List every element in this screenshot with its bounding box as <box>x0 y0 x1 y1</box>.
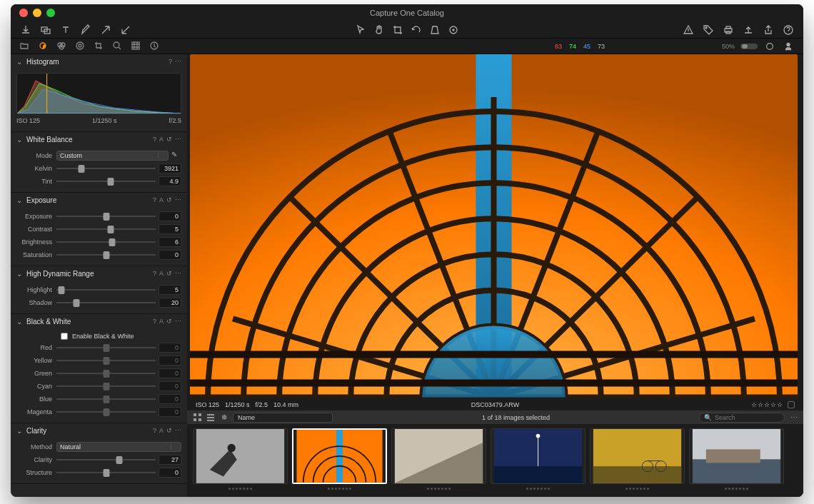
color-tab-icon[interactable] <box>56 41 68 52</box>
brightness-value[interactable]: 6 <box>159 237 181 247</box>
bw-red-slider[interactable] <box>56 343 156 353</box>
reset-action[interactable]: ↺ <box>166 270 172 277</box>
help-action[interactable]: ? <box>153 136 156 143</box>
reset-action[interactable]: ↺ <box>166 318 172 325</box>
exposure-tab-icon[interactable] <box>38 41 49 52</box>
menu-action[interactable]: ⋯ <box>175 270 181 277</box>
thumbnail-item[interactable] <box>689 428 784 493</box>
tag-icon[interactable] <box>702 24 715 36</box>
share-icon[interactable] <box>762 24 775 36</box>
import-icon[interactable] <box>19 24 32 36</box>
clarity-value[interactable]: 27 <box>159 455 181 465</box>
bw-magenta-value[interactable]: 0 <box>159 407 181 417</box>
exposure-value[interactable]: 0 <box>159 211 181 221</box>
saturation-value[interactable]: 0 <box>159 250 181 260</box>
rotate-tool-icon[interactable] <box>410 24 423 36</box>
thumbnail-item[interactable] <box>590 428 685 493</box>
chevron-down-icon[interactable]: ⌄ <box>16 427 24 435</box>
sort-select[interactable]: Name <box>233 413 333 423</box>
bw-yellow-slider[interactable] <box>56 356 156 366</box>
bw-green-slider[interactable] <box>56 368 156 378</box>
list-view-icon[interactable] <box>206 413 216 423</box>
help-action[interactable]: ? <box>153 427 156 434</box>
text-tool-icon[interactable] <box>59 24 72 36</box>
hand-tool-icon[interactable] <box>373 24 386 36</box>
menu-action[interactable]: ⋯ <box>175 196 181 203</box>
chevron-down-icon[interactable]: ⌄ <box>16 270 24 278</box>
export-icon[interactable] <box>742 24 755 36</box>
zoom-slider[interactable] <box>740 44 758 49</box>
browser-menu-icon[interactable]: ⋯ <box>790 413 798 421</box>
details-tab-icon[interactable] <box>112 41 124 52</box>
help-action[interactable]: ? <box>153 196 156 203</box>
chevron-down-icon[interactable]: ⌄ <box>16 58 24 66</box>
thumbnail-item[interactable] <box>292 428 387 493</box>
auto-action[interactable]: A <box>159 318 164 325</box>
chevron-down-icon[interactable]: ⌄ <box>16 136 24 143</box>
wb-mode-select[interactable]: Custom <box>56 151 169 161</box>
metadata-tab-icon[interactable] <box>149 41 161 52</box>
color-tag-none[interactable] <box>788 401 795 408</box>
lens-tab-icon[interactable] <box>75 41 86 52</box>
bw-green-value[interactable]: 0 <box>159 368 181 378</box>
shadow-slider[interactable] <box>56 298 156 308</box>
search-field[interactable]: 🔍 <box>699 413 785 423</box>
highlight-value[interactable]: 5 <box>159 285 181 295</box>
thumbnail-item[interactable] <box>391 428 486 493</box>
bw-red-value[interactable]: 0 <box>159 343 181 353</box>
auto-action[interactable]: A <box>159 270 164 277</box>
meta-rating[interactable]: ☆☆☆☆☆ <box>751 401 783 408</box>
library-tab-icon[interactable] <box>19 41 31 52</box>
spot-tool-icon[interactable] <box>447 24 460 36</box>
clarity-method-select[interactable]: Natural <box>56 442 181 452</box>
menu-action[interactable]: ⋯ <box>175 58 181 65</box>
search-input[interactable] <box>715 414 772 421</box>
help-action[interactable]: ? <box>169 58 172 65</box>
saturation-slider[interactable] <box>56 250 156 260</box>
minimize-window-button[interactable] <box>33 9 41 17</box>
contrast-value[interactable]: 5 <box>159 224 181 234</box>
shadow-value[interactable]: 20 <box>159 298 181 308</box>
bw-blue-slider[interactable] <box>56 394 156 404</box>
proof-icon[interactable] <box>763 40 776 53</box>
chevron-down-icon[interactable]: ⌄ <box>16 318 24 326</box>
reset-action[interactable]: ↺ <box>166 136 172 143</box>
close-window-button[interactable] <box>19 9 28 17</box>
structure-value[interactable]: 0 <box>159 468 181 478</box>
reset-action[interactable]: ↺ <box>166 196 172 203</box>
menu-action[interactable]: ⋯ <box>175 318 181 325</box>
arrow-out-icon[interactable] <box>99 24 112 36</box>
warning-icon[interactable] <box>682 24 695 36</box>
bw-cyan-value[interactable]: 0 <box>159 381 181 391</box>
cursor-tool-icon[interactable] <box>354 24 367 36</box>
enable-bw-checkbox[interactable] <box>61 333 68 340</box>
highlight-slider[interactable] <box>56 285 156 295</box>
auto-action[interactable]: A <box>159 427 164 434</box>
print-icon[interactable] <box>722 24 735 36</box>
exposure-slider[interactable] <box>56 211 156 221</box>
thumbnail-item[interactable] <box>193 428 288 493</box>
help-icon[interactable] <box>782 24 795 36</box>
bw-blue-value[interactable]: 0 <box>159 394 181 404</box>
thumbnail-item[interactable] <box>491 428 586 493</box>
user-icon[interactable] <box>782 40 795 53</box>
menu-action[interactable]: ⋯ <box>175 136 181 143</box>
adjustments-tab-icon[interactable] <box>131 41 142 52</box>
structure-slider[interactable] <box>56 468 156 478</box>
menu-action[interactable]: ⋯ <box>175 427 181 434</box>
grid-view-icon[interactable] <box>193 413 203 423</box>
bw-yellow-value[interactable]: 0 <box>159 356 181 366</box>
brightness-slider[interactable] <box>56 237 156 247</box>
tint-value[interactable]: 4.9 <box>159 176 181 186</box>
composition-tab-icon[interactable] <box>94 41 105 52</box>
eyedropper-icon[interactable]: ✎ <box>171 151 181 161</box>
help-action[interactable]: ? <box>153 318 156 325</box>
keystone-tool-icon[interactable] <box>428 24 441 36</box>
crop-tool-icon[interactable] <box>391 24 404 36</box>
tint-slider[interactable] <box>56 176 156 186</box>
auto-action[interactable]: A <box>159 136 164 143</box>
clarity-slider[interactable] <box>56 455 156 465</box>
tether-icon[interactable] <box>39 24 52 36</box>
bw-magenta-slider[interactable] <box>56 407 156 417</box>
bw-cyan-slider[interactable] <box>56 381 156 391</box>
